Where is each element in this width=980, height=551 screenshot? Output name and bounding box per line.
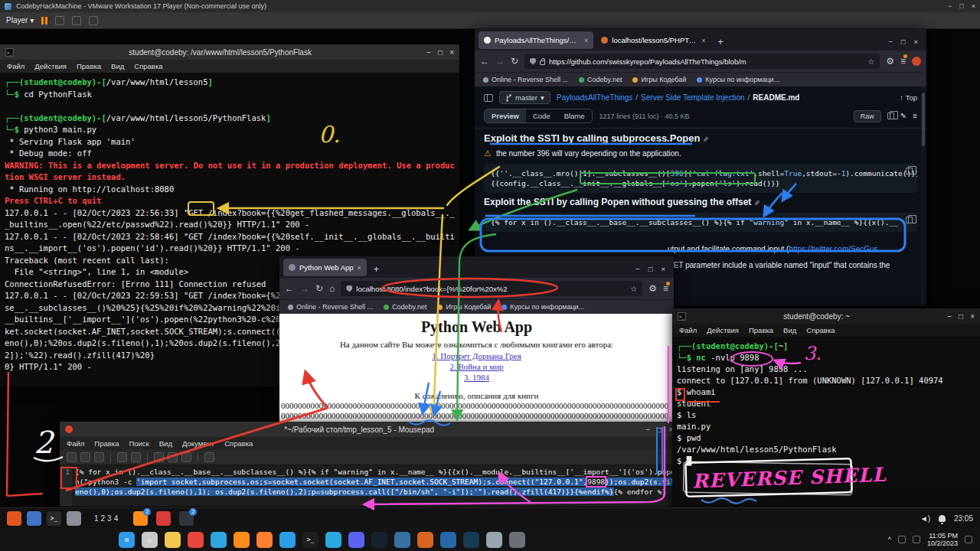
- flame-menu-icon[interactable]: [7, 511, 21, 526]
- python-icon[interactable]: [394, 532, 410, 548]
- bookmark-item[interactable]: Online - Reverse Shell ...: [288, 303, 373, 311]
- find-icon[interactable]: [204, 452, 214, 462]
- new-file-icon[interactable]: [67, 452, 77, 462]
- outline-icon[interactable]: ≡: [913, 112, 917, 120]
- bookmark-item[interactable]: Codeby.net: [579, 76, 622, 83]
- url-text[interactable]: localhost:8080/index?book={%%20for%20x%2: [356, 285, 626, 293]
- tab-localhost-phptwig[interactable]: localhost/lesson5/PHPTwigi... ×: [596, 31, 710, 49]
- mousepad-titlebar[interactable]: *~/Рабочий стол/tmp_lesson_5 - Mousepad …: [60, 422, 678, 437]
- menu-item[interactable]: Документ: [182, 439, 214, 448]
- menu-item[interactable]: Правка: [77, 62, 101, 70]
- extensions-icon[interactable]: ⚙: [648, 283, 657, 294]
- maximize-icon[interactable]: □: [438, 48, 443, 57]
- copy-icon[interactable]: [168, 452, 178, 462]
- enter-fullscreen-icon[interactable]: [89, 16, 98, 25]
- close-icon[interactable]: ×: [661, 265, 665, 273]
- anchor-link-icon[interactable]: ∞: [753, 197, 763, 207]
- steam-icon[interactable]: [371, 532, 387, 548]
- minimize-icon[interactable]: −: [645, 425, 650, 434]
- player-menu-button[interactable]: Player ▾: [6, 16, 34, 24]
- notes-icon[interactable]: [486, 532, 502, 548]
- close-tab-icon[interactable]: ×: [584, 37, 588, 44]
- bookmark-item[interactable]: Игры Кодебай: [632, 76, 686, 83]
- bookmark-item[interactable]: Курсы по информаци...: [501, 303, 584, 311]
- bookmark-star-icon[interactable]: ☆: [867, 57, 874, 66]
- vbox-icon[interactable]: [463, 532, 479, 548]
- minimize-icon[interactable]: −: [635, 265, 640, 273]
- cut-icon[interactable]: [154, 452, 164, 462]
- burp-icon[interactable]: [417, 532, 433, 548]
- volume-icon[interactable]: ◄): [920, 514, 930, 523]
- twitter-link[interactable]: https://twitter.com/SecGus: [789, 245, 877, 253]
- tab-payloadsallthethings[interactable]: PayloadsAllTheThings/Se... ×: [479, 31, 593, 49]
- minimize-icon[interactable]: −: [948, 2, 952, 10]
- menu-item[interactable]: Правка: [94, 439, 119, 448]
- home-icon[interactable]: ⌂: [329, 283, 335, 294]
- menu-item[interactable]: Справка: [134, 62, 162, 70]
- menu-item[interactable]: Файл: [679, 326, 697, 334]
- firefox-window-icon[interactable]: 2: [133, 511, 148, 526]
- minimize-icon[interactable]: −: [947, 312, 952, 321]
- reload-icon[interactable]: ↻: [315, 283, 323, 294]
- maximize-icon[interactable]: □: [959, 2, 963, 10]
- scrollbar[interactable]: [921, 86, 926, 305]
- undo-icon[interactable]: [117, 452, 127, 462]
- bookmark-item[interactable]: Курсы по информаци...: [697, 76, 779, 83]
- edit-pencil-icon[interactable]: ✎: [900, 112, 906, 120]
- new-tab-button[interactable]: +: [369, 264, 384, 276]
- url-text[interactable]: https://github.com/swisskyrepo/PayloadsA…: [549, 57, 864, 66]
- breadcrumb-folder[interactable]: Server Side Template Injection: [641, 93, 744, 102]
- menu-item[interactable]: Файл: [67, 439, 84, 448]
- reload-icon[interactable]: ↻: [511, 56, 518, 67]
- tab-python-web-app[interactable]: Python Web App ×: [283, 259, 367, 276]
- menu-item[interactable]: Вид: [159, 439, 172, 448]
- search-icon[interactable]: ○: [142, 532, 158, 548]
- back-icon[interactable]: ←: [480, 56, 489, 67]
- vlc-icon[interactable]: [256, 532, 273, 548]
- paste-icon[interactable]: [181, 452, 191, 462]
- anchor-link-icon[interactable]: ∞: [701, 134, 711, 144]
- wireshark-icon[interactable]: [440, 532, 456, 548]
- send-cad-icon[interactable]: [55, 16, 64, 25]
- bookmark-star-icon[interactable]: ☆: [630, 285, 637, 293]
- suspend-button[interactable]: [41, 17, 47, 24]
- extensions-icon[interactable]: ⚙: [886, 56, 894, 67]
- editor-icon[interactable]: [67, 511, 81, 526]
- tray-expand-icon[interactable]: ^: [888, 536, 891, 543]
- notification-bell-icon[interactable]: [939, 515, 946, 522]
- maximize-icon[interactable]: □: [648, 265, 653, 273]
- new-tab-button[interactable]: +: [714, 37, 728, 49]
- sound-icon[interactable]: [913, 536, 920, 543]
- chrome-icon[interactable]: [188, 532, 204, 548]
- menu-item[interactable]: Поиск: [129, 439, 149, 448]
- bookmark-item[interactable]: Игры Кодебай: [437, 303, 491, 311]
- explorer-icon[interactable]: [165, 532, 181, 548]
- menu-item[interactable]: Файл: [7, 62, 24, 70]
- redo-icon[interactable]: [131, 452, 141, 462]
- url-bar[interactable]: https://github.com/swisskyrepo/PayloadsA…: [524, 54, 880, 69]
- close-icon[interactable]: ×: [970, 312, 975, 321]
- close-tab-icon[interactable]: ×: [701, 37, 705, 44]
- forward-icon[interactable]: →: [495, 56, 505, 67]
- mail-window-icon[interactable]: [156, 511, 171, 526]
- menu-item[interactable]: Действия: [34, 62, 67, 70]
- tracking-shield-icon[interactable]: [346, 285, 352, 292]
- book-link[interactable]: 3. 1984: [279, 372, 674, 383]
- close-icon[interactable]: ×: [449, 48, 454, 57]
- back-to-top-link[interactable]: ↑Top: [900, 93, 917, 102]
- bookmark-item[interactable]: Online - Reverse Shell ...: [483, 76, 568, 83]
- virtual-devices-icon[interactable]: [72, 16, 81, 25]
- url-bar[interactable]: localhost:8080/index?book={%%20for%20x%2…: [341, 281, 642, 296]
- edge-icon[interactable]: [211, 532, 227, 548]
- close-icon[interactable]: ×: [913, 37, 918, 46]
- view-tab[interactable]: Blame: [557, 109, 592, 122]
- raw-button[interactable]: Raw: [854, 110, 881, 122]
- menu-item[interactable]: Справка: [224, 439, 253, 448]
- vm-clock[interactable]: 23:05: [954, 514, 973, 523]
- maximize-icon[interactable]: □: [657, 425, 662, 434]
- view-tab[interactable]: Preview: [485, 109, 526, 122]
- maximize-icon[interactable]: □: [959, 312, 963, 321]
- firefox-icon[interactable]: [234, 532, 250, 548]
- close-tab-icon[interactable]: ×: [358, 264, 361, 272]
- menu-item[interactable]: Вид: [783, 326, 796, 334]
